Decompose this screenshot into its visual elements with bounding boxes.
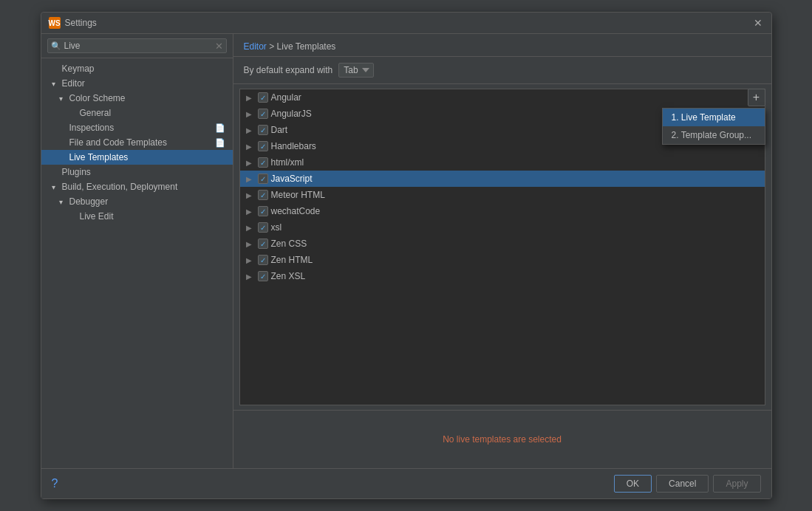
color-scheme-arrow: ▾	[59, 95, 66, 103]
group-label-xsl: xsl	[271, 222, 282, 233]
group-arrow-meteor_html: ▶	[246, 191, 255, 199]
sidebar-item-live-edit[interactable]: Live Edit	[41, 209, 233, 224]
editor-label: Editor	[62, 78, 85, 89]
group-arrow-wechatcode: ▶	[246, 208, 255, 216]
dialog-body: 🔍 ✕ Keymap ▾ Editor ▾ Color Scheme	[41, 34, 771, 468]
template-group-xsl[interactable]: ▶ xsl	[240, 219, 765, 236]
debugger-arrow: ▾	[59, 198, 66, 206]
group-checkbox-zen_xsl[interactable]	[258, 271, 268, 281]
dialog-footer: ? OK Cancel Apply	[41, 468, 771, 498]
template-group-zen_html[interactable]: ▶ Zen HTML	[240, 252, 765, 268]
group-arrow-html_xml: ▶	[246, 159, 255, 167]
breadcrumb-parent[interactable]: Editor	[244, 41, 267, 52]
live-templates-label: Live Templates	[69, 152, 129, 162]
close-button[interactable]: ✕	[752, 17, 764, 29]
group-checkbox-dart[interactable]	[258, 125, 268, 135]
help-button[interactable]: ?	[52, 477, 58, 490]
debugger-label: Debugger	[69, 196, 109, 207]
file-code-page-icon: 📄	[215, 138, 225, 148]
sidebar-item-general[interactable]: General	[41, 106, 233, 120]
dialog-title: Settings	[65, 18, 97, 28]
search-box: 🔍 ✕	[41, 34, 233, 58]
build-execution-label: Build, Execution, Deployment	[62, 182, 178, 192]
sidebar-item-editor[interactable]: ▾ Editor	[41, 76, 233, 91]
template-group-zen_xsl[interactable]: ▶ Zen XSL	[240, 268, 765, 284]
main-toolbar: By default expand with Tab	[233, 57, 771, 84]
group-arrow-handlebars: ▶	[246, 143, 255, 151]
dropdown-item-live-template[interactable]: 1. Live Template	[663, 109, 765, 126]
general-label: General	[80, 108, 112, 118]
sidebar-item-color-scheme[interactable]: ▾ Color Scheme	[41, 91, 233, 106]
color-scheme-label: Color Scheme	[69, 93, 126, 103]
cancel-button[interactable]: Cancel	[656, 475, 709, 493]
group-label-zen_xsl: Zen XSL	[271, 271, 306, 281]
plugins-label: Plugins	[62, 167, 91, 177]
sidebar-item-keymap[interactable]: Keymap	[41, 61, 233, 76]
title-bar-left: WS Settings	[49, 17, 97, 29]
group-checkbox-wechatcode[interactable]	[258, 206, 268, 216]
apply-button[interactable]: Apply	[713, 475, 760, 493]
group-checkbox-zen_css[interactable]	[258, 239, 268, 249]
template-group-meteor_html[interactable]: ▶ Meteor HTML	[240, 187, 765, 203]
sidebar-item-build-execution[interactable]: ▾ Build, Execution, Deployment	[41, 179, 233, 194]
templates-list-container: ▶ Angular ▶ AngularJS ▶ Dart ▶ Handlebar…	[233, 84, 771, 410]
search-clear-button[interactable]: ✕	[215, 41, 223, 51]
add-button[interactable]: +	[748, 89, 765, 106]
sidebar-item-debugger[interactable]: ▾ Debugger	[41, 194, 233, 209]
search-input[interactable]	[64, 41, 212, 51]
sidebar-item-file-code-templates[interactable]: File and Code Templates 📄	[41, 135, 233, 150]
template-group-zen_css[interactable]: ▶ Zen CSS	[240, 236, 765, 252]
group-checkbox-angularjs[interactable]	[258, 109, 268, 119]
group-arrow-angular: ▶	[246, 94, 255, 102]
breadcrumb-separator: >	[267, 41, 277, 52]
nav-tree: Keymap ▾ Editor ▾ Color Scheme General I…	[41, 58, 233, 468]
detail-panel: No live templates are selected	[233, 410, 771, 468]
expand-select[interactable]: Tab	[338, 63, 374, 78]
sidebar-item-plugins[interactable]: Plugins	[41, 165, 233, 179]
template-group-wechatcode[interactable]: ▶ wechatCode	[240, 203, 765, 219]
group-checkbox-html_xml[interactable]	[258, 157, 268, 168]
keymap-label: Keymap	[62, 64, 95, 74]
group-label-zen_css: Zen CSS	[271, 239, 307, 249]
group-arrow-xsl: ▶	[246, 224, 255, 232]
breadcrumb-current: Live Templates	[277, 41, 336, 52]
group-label-meteor_html: Meteor HTML	[271, 190, 325, 200]
settings-dialog: WS Settings ✕ 🔍 ✕ Keymap ▾	[41, 12, 772, 499]
search-icon: 🔍	[51, 41, 61, 51]
group-label-javascript: JavaScript	[271, 174, 313, 184]
sidebar-item-live-templates[interactable]: Live Templates	[41, 150, 233, 165]
editor-arrow: ▾	[52, 80, 59, 88]
footer-buttons: OK Cancel Apply	[614, 475, 761, 493]
sidebar-item-inspections[interactable]: Inspections 📄	[41, 120, 233, 135]
group-label-zen_html: Zen HTML	[271, 255, 313, 265]
group-checkbox-meteor_html[interactable]	[258, 190, 268, 200]
group-checkbox-zen_html[interactable]	[258, 255, 268, 265]
template-group-angular[interactable]: ▶ Angular	[240, 89, 765, 106]
inspections-page-icon: 📄	[215, 123, 225, 133]
group-label-handlebars: Handlebars	[271, 141, 316, 151]
group-arrow-zen_css: ▶	[246, 240, 255, 248]
group-checkbox-xsl[interactable]	[258, 222, 268, 233]
group-label-wechatcode: wechatCode	[271, 206, 321, 216]
group-label-angular: Angular	[271, 92, 301, 103]
group-label-angularjs: AngularJS	[271, 109, 312, 119]
group-label-html_xml: html/xml	[271, 157, 304, 168]
main-content: Editor > Live Templates By default expan…	[233, 34, 771, 468]
template-group-html_xml[interactable]: ▶ html/xml	[240, 154, 765, 171]
group-checkbox-javascript[interactable]	[258, 174, 268, 184]
group-arrow-zen_html: ▶	[246, 256, 255, 264]
group-label-dart: Dart	[271, 125, 288, 135]
no-selection-message: No live templates are selected	[244, 419, 761, 459]
group-arrow-dart: ▶	[246, 126, 255, 134]
expand-label: By default expand with	[244, 65, 333, 75]
build-arrow: ▾	[52, 183, 59, 191]
sidebar: 🔍 ✕ Keymap ▾ Editor ▾ Color Scheme	[41, 34, 233, 468]
template-group-javascript[interactable]: ▶ JavaScript	[240, 171, 765, 187]
group-checkbox-angular[interactable]	[258, 92, 268, 103]
search-input-wrap: 🔍 ✕	[47, 38, 227, 53]
file-code-templates-label: File and Code Templates	[69, 137, 168, 148]
add-dropdown-menu: 1. Live Template 2. Template Group...	[662, 108, 765, 145]
group-checkbox-handlebars[interactable]	[258, 141, 268, 151]
ok-button[interactable]: OK	[614, 475, 652, 493]
dropdown-item-template-group[interactable]: 2. Template Group...	[663, 126, 765, 144]
